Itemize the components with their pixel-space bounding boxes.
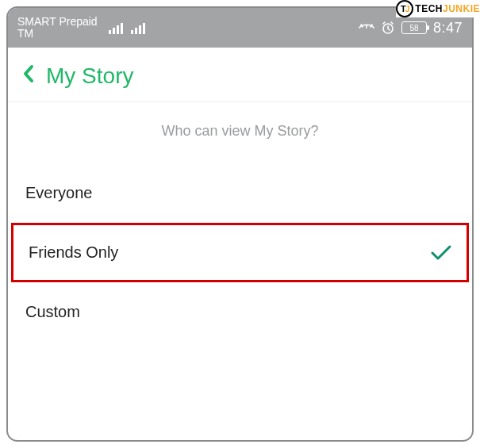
watermark-junkie: JUNKIE (443, 3, 480, 14)
option-everyone[interactable]: Everyone (8, 163, 472, 223)
carrier-label: SMART Prepaid TM (17, 16, 98, 40)
status-right: 58 8:47 (359, 20, 463, 36)
page-header: My Story (8, 48, 472, 102)
battery-level: 58 (409, 24, 418, 33)
watermark: TJ TECHJUNKIE (396, 0, 480, 17)
signal-icon-sim2 (131, 21, 145, 34)
option-friends-only[interactable]: Friends Only (11, 223, 469, 282)
alarm-icon (381, 21, 395, 35)
carrier-line2: TM (17, 28, 98, 40)
checkmark-icon (431, 245, 451, 261)
back-button[interactable] (22, 64, 35, 89)
watermark-badge-j: J (405, 4, 409, 13)
section-label: Who can view My Story? (8, 102, 472, 163)
watermark-tech: TECH (415, 3, 443, 14)
eye-comfort-icon (359, 22, 374, 33)
clock: 8:47 (433, 20, 463, 36)
device-frame: SMART Prepaid TM 58 8:47 My Story Who ca… (6, 6, 474, 442)
option-label: Everyone (25, 184, 93, 202)
option-label: Custom (25, 303, 80, 321)
signal-icon-sim1 (109, 21, 123, 34)
carrier-line1: SMART Prepaid (17, 16, 98, 28)
page-title: My Story (46, 63, 133, 89)
battery-icon: 58 (401, 21, 427, 34)
watermark-text: TECHJUNKIE (415, 3, 480, 14)
watermark-badge: TJ (396, 0, 413, 17)
option-label: Friends Only (29, 243, 118, 262)
option-custom[interactable]: Custom (8, 282, 472, 342)
